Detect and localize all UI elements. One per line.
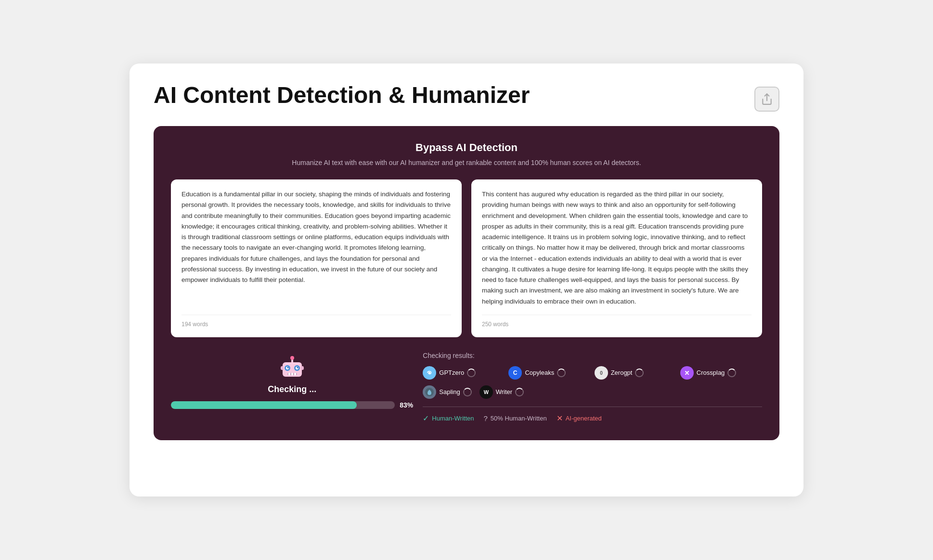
svg-point-18 [428,372,430,374]
output-word-count: 250 words [482,315,752,328]
copyleaks-logo: C [508,366,522,380]
detectors-row2: Sapling W Writer [423,385,762,399]
gptzero-logo [423,366,436,380]
input-word-count: 194 words [181,315,451,328]
progress-bar [171,401,395,409]
svg-rect-16 [285,362,299,364]
svg-text:C: C [513,369,518,376]
gptzero-name: GPTzero [439,369,464,376]
legend-mixed-label: 50% Human-Written [491,415,547,422]
legend-mixed: ? 50% Human-Written [484,414,547,422]
copyleaks-name: Copyleaks [525,369,554,376]
svg-text:W: W [484,389,489,395]
crossplag-logo [680,366,694,380]
detector-gptzero: GPTzero [423,366,505,380]
detector-copyleaks: C Copyleaks [508,366,590,380]
detector-sapling: Sapling [423,385,471,399]
svg-point-8 [287,367,288,368]
ai-x-icon: ✕ [557,414,563,423]
svg-rect-14 [281,366,284,370]
svg-point-3 [290,356,294,360]
progress-row: 83% [171,401,413,409]
input-panel[interactable]: Education is a fundamental pillar in our… [171,179,462,337]
progress-percent: 83% [400,401,413,409]
copyleaks-spinner [557,369,566,377]
progress-fill [171,401,357,409]
svg-rect-12 [291,373,293,375]
svg-text:0: 0 [600,370,603,376]
legend-row: ✓ Human-Written ? 50% Human-Written ✕ AI… [423,407,762,423]
page-title: AI Content Detection & Humanizer [154,83,530,108]
svg-rect-15 [301,366,304,370]
card-title: Bypass AI Detection [171,141,762,154]
legend-ai-label: AI-generated [566,415,602,422]
svg-rect-13 [294,373,296,375]
detector-zerogpt: 0 Zerogpt [595,366,676,380]
sapling-spinner [463,388,472,396]
robot-icon [277,354,308,384]
checking-section: Checking ... 83% [171,349,413,409]
legend-human-label: Human-Written [432,415,474,422]
page-header: AI Content Detection & Humanizer [154,83,779,112]
results-label: Checking results: [423,352,762,359]
zerogpt-name: Zerogpt [611,369,633,376]
writer-spinner [515,388,524,396]
sapling-logo [423,385,436,399]
zerogpt-logo: 0 [595,366,608,380]
mixed-question-icon: ? [484,414,488,422]
card-header: Bypass AI Detection Humanize AI text wit… [171,141,762,168]
legend-ai: ✕ AI-generated [557,414,602,423]
text-panels: Education is a fundamental pillar in our… [171,179,762,337]
legend-human: ✓ Human-Written [423,414,474,423]
results-section: Checking results: GPTzero C [423,349,762,423]
crossplag-spinner [727,369,736,377]
output-panel: This content has augured why education i… [471,179,762,337]
bottom-section: Checking ... 83% Checking results: [171,349,762,423]
detectors-grid: GPTzero C Copyleaks 0 Zero [423,366,762,380]
checking-label: Checking ... [268,384,316,395]
share-icon [761,93,773,105]
card-subtitle: Humanize AI text with ease with our AI h… [171,158,762,168]
zerogpt-spinner [635,369,644,377]
writer-name: Writer [496,388,512,395]
app-container: AI Content Detection & Humanizer Bypass … [130,64,803,496]
gptzero-spinner [467,369,476,377]
share-button[interactable] [754,87,779,112]
detector-writer: W Writer [479,385,524,399]
human-check-icon: ✓ [423,414,429,423]
main-card: Bypass AI Detection Humanize AI text wit… [154,126,779,440]
detector-crossplag: Crossplag [680,366,762,380]
svg-point-9 [297,367,298,368]
sapling-name: Sapling [439,388,460,395]
input-text: Education is a fundamental pillar in our… [181,189,451,307]
svg-rect-11 [288,373,290,375]
crossplag-name: Crossplag [697,369,725,376]
writer-logo: W [479,385,493,399]
output-text: This content has augured why education i… [482,189,752,307]
